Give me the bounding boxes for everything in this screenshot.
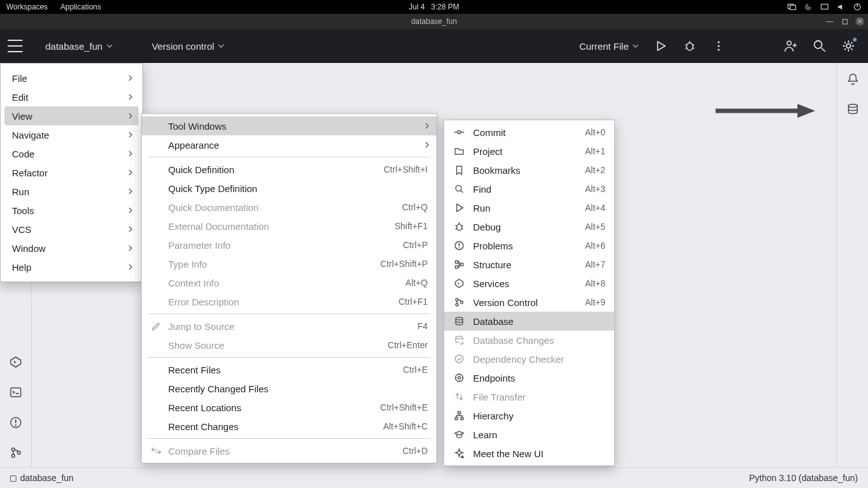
svg-point-12 (717, 41, 719, 43)
view-menu-item-tool-windows[interactable]: Tool Windows (142, 116, 437, 135)
svg-point-14 (717, 48, 719, 50)
chevron-right-icon (127, 150, 134, 157)
window-close-button[interactable]: ✕ (855, 17, 864, 26)
toolwin-menu-item-problems[interactable]: ProblemsAlt+6 (444, 236, 614, 255)
view-menu-item-quick-definition[interactable]: Quick DefinitionCtrl+Shift+I (142, 160, 437, 179)
run-button[interactable] (653, 38, 669, 54)
database-tool-button[interactable] (846, 102, 860, 116)
vcs-tool-button[interactable] (9, 446, 23, 460)
chevron-right-icon (127, 245, 134, 251)
chevron-right-icon (424, 123, 430, 129)
project-dropdown[interactable]: database_fun (40, 38, 118, 54)
status-interpreter[interactable]: Python 3.10 (database_fun) (749, 473, 858, 483)
svg-line-37 (455, 225, 457, 226)
menu-item-shortcut: Alt+3 (585, 184, 605, 194)
toolwin-menu-item-find[interactable]: FindAlt+3 (444, 179, 614, 198)
view-menu-item-recent-locations[interactable]: Recent LocationsCtrl+Shift+E (142, 398, 437, 417)
display-icon[interactable] (820, 3, 829, 11)
main-menu-item-navigate[interactable]: Navigate (4, 125, 139, 144)
debug-button[interactable] (682, 38, 698, 54)
window-title: database_fun (411, 17, 457, 26)
menu-item-shortcut: Alt+0 (585, 127, 605, 137)
view-menu-item-appearance[interactable]: Appearance (142, 135, 437, 154)
services-icon (454, 278, 464, 288)
menu-item-label: Structure (473, 259, 579, 270)
applications-menu[interactable]: Applications (60, 3, 101, 11)
right-tool-stripe (837, 63, 868, 467)
view-menu-item-recent-files[interactable]: Recent FilesCtrl+E (142, 360, 437, 379)
main-menu-item-vcs[interactable]: VCS (4, 220, 139, 239)
main-menu-item-code[interactable]: Code (4, 144, 139, 163)
chevron-down-icon (632, 43, 639, 49)
toolwin-menu-item-version-control[interactable]: Version ControlAlt+9 (444, 293, 614, 312)
menu-item-label: Learn (473, 429, 605, 440)
status-project[interactable]: database_fun (10, 473, 74, 483)
search-button[interactable] (811, 38, 828, 54)
menu-item-label: External Documentation (168, 221, 375, 232)
main-menu-item-edit[interactable]: Edit (4, 88, 139, 106)
toolwin-menu-item-database[interactable]: Database (444, 312, 614, 331)
main-menu-item-file[interactable]: File (4, 69, 139, 88)
svg-line-19 (821, 48, 825, 52)
svg-point-18 (814, 41, 822, 48)
svg-point-26 (11, 455, 14, 458)
svg-line-39 (455, 229, 457, 229)
vcs-dropdown[interactable]: Version control (147, 38, 229, 54)
volume-icon[interactable] (837, 3, 845, 11)
toolwin-menu-item-commit[interactable]: CommitAlt+0 (444, 123, 614, 142)
main-menu-item-run[interactable]: Run (4, 182, 139, 201)
collaborate-button[interactable] (782, 38, 799, 54)
svg-point-6 (687, 43, 693, 50)
toolwin-menu-item-structure[interactable]: StructureAlt+7 (444, 255, 614, 274)
notifications-tool-button[interactable] (846, 72, 860, 86)
toolwin-menu-item-bookmarks[interactable]: BookmarksAlt+2 (444, 161, 614, 179)
main-menu-item-help[interactable]: Help (4, 258, 139, 276)
main-menu-item-window[interactable]: Window (4, 239, 139, 258)
svg-point-27 (17, 451, 20, 455)
toolwin-menu-item-endpoints[interactable]: Endpoints (444, 368, 614, 387)
main-menu-item-tools[interactable]: Tools (4, 201, 139, 220)
svg-rect-5 (842, 19, 847, 23)
toolwin-menu-item-debug[interactable]: DebugAlt+5 (444, 217, 614, 236)
power-icon[interactable] (853, 3, 862, 11)
menu-item-label: Parameter Info (168, 240, 384, 251)
more-actions-button[interactable] (711, 38, 727, 54)
problems-tool-button[interactable] (9, 416, 23, 429)
services-tool-button[interactable] (9, 355, 23, 369)
run-config-dropdown[interactable]: Current File (574, 38, 644, 54)
screen-icon[interactable] (787, 3, 796, 11)
view-menu-item-recently-changed-files[interactable]: Recently Changed Files (142, 379, 437, 398)
toolwin-menu-item-learn[interactable]: Learn (444, 425, 614, 444)
window-maximize-button[interactable] (840, 17, 849, 26)
svg-rect-55 (455, 417, 458, 420)
menu-item-shortcut: Ctrl+Shift+I (384, 164, 428, 174)
chevron-right-icon (424, 142, 430, 148)
toolwin-menu-item-run[interactable]: RunAlt+4 (444, 198, 614, 217)
workspaces-menu[interactable]: Workspaces (6, 3, 48, 11)
menu-item-label: Compare Files (168, 446, 384, 457)
learn-icon (454, 429, 464, 440)
project-name: database_fun (45, 41, 103, 52)
toolwin-menu-item-project[interactable]: ProjectAlt+1 (444, 142, 614, 161)
moon-icon[interactable] (804, 3, 813, 11)
toolwin-menu-item-hierarchy[interactable]: Hierarchy (444, 406, 614, 425)
branch-icon (454, 297, 464, 307)
window-minimize-button[interactable]: — (825, 17, 834, 26)
menu-item-label: Context Info (168, 278, 387, 288)
main-menu-button[interactable] (8, 40, 23, 52)
view-menu-item-quick-type-definition[interactable]: Quick Type Definition (142, 179, 437, 198)
toolwin-menu-item-services[interactable]: ServicesAlt+8 (444, 274, 614, 293)
terminal-tool-button[interactable] (9, 385, 23, 399)
menu-item-label: Appearance (168, 140, 428, 150)
menu-item-label: Show Source (168, 340, 369, 351)
main-menu-item-refactor[interactable]: Refactor (4, 163, 139, 182)
view-menu-item-recent-changes[interactable]: Recent ChangesAlt+Shift+C (142, 417, 437, 436)
chevron-right-icon (127, 226, 134, 232)
toolwin-menu-item-meet-the-new-ui[interactable]: Meet the New UI (444, 444, 614, 463)
main-menu-item-view[interactable]: View (4, 106, 139, 125)
menu-item-shortcut: Alt+5 (585, 222, 605, 232)
svg-point-50 (456, 317, 463, 320)
menu-item-label: Quick Type Definition (168, 183, 428, 194)
settings-button[interactable] (840, 38, 857, 54)
dbchanges-icon (454, 335, 464, 345)
